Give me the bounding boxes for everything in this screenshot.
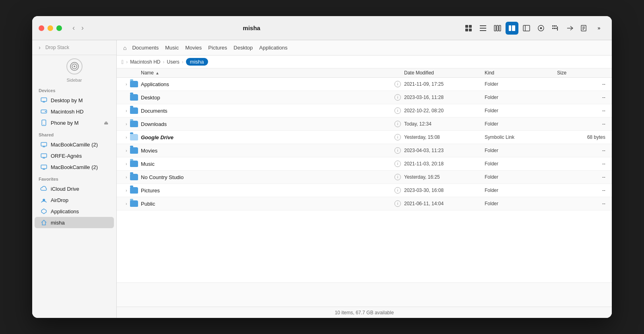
fav-music[interactable]: Music xyxy=(163,44,181,52)
airdrop-icon xyxy=(40,196,47,204)
svg-rect-18 xyxy=(555,25,557,27)
search-button[interactable] xyxy=(578,22,591,35)
fav-movies[interactable]: Movies xyxy=(183,44,204,52)
close-button[interactable] xyxy=(39,25,44,31)
info-icon[interactable]: i xyxy=(394,174,401,180)
table-row[interactable]: › No Country Studio i Yesterday, 16:25 F… xyxy=(117,171,612,184)
expand-arrow[interactable]: › xyxy=(123,107,130,114)
table-row[interactable]: › Documents i 2022-10-22, 08:20 Folder -… xyxy=(117,104,612,118)
table-row[interactable]: › Music i 2021-11-03, 20:18 Folder -- xyxy=(117,157,612,171)
folder-icon-container xyxy=(130,199,138,208)
expand-arrow[interactable]: › xyxy=(123,121,130,127)
file-size: -- xyxy=(557,121,605,127)
expand-arrow[interactable]: › xyxy=(123,174,130,180)
file-name: Google Drive xyxy=(141,134,394,140)
apple-icon:  xyxy=(122,59,124,65)
svg-rect-40 xyxy=(41,154,47,157)
sidebar-toggle[interactable]: › xyxy=(37,43,42,52)
group-button[interactable] xyxy=(549,22,562,35)
phone-icon xyxy=(40,119,47,126)
info-icon[interactable]: i xyxy=(394,161,401,167)
info-icon[interactable]: i xyxy=(394,121,401,127)
more-button[interactable]: » xyxy=(592,22,605,35)
file-kind: Folder xyxy=(485,81,557,87)
list-view-button[interactable] xyxy=(477,22,489,35)
expand-arrow[interactable] xyxy=(123,94,130,101)
icloud-label: iCloud Drive xyxy=(51,186,79,192)
file-kind: Folder xyxy=(485,188,557,193)
info-icon[interactable]: i xyxy=(394,94,401,101)
expand-arrow[interactable]: › xyxy=(123,200,130,207)
file-size: -- xyxy=(557,188,605,193)
col-header-name[interactable]: Name ▲ xyxy=(141,70,404,76)
info-icon[interactable]: i xyxy=(394,134,401,140)
folder-icon-container xyxy=(130,80,138,89)
table-row[interactable]: › Movies i 2023-04-03, 11:23 Folder -- xyxy=(117,144,612,157)
folder-icon-container xyxy=(130,146,138,155)
sidebar-item-phone[interactable]: Phone by M ⏏ xyxy=(35,117,114,128)
back-button[interactable]: ‹ xyxy=(70,23,77,33)
file-date: 2022-10-22, 08:20 xyxy=(404,108,485,113)
svg-rect-9 xyxy=(499,25,501,31)
table-row[interactable]: › Google Drive i Yesterday, 15:08 Symbol… xyxy=(117,131,612,144)
breadcrumb-macintosh[interactable]: Macintosh HD xyxy=(130,59,160,65)
table-row[interactable]: Desktop i 2023-03-16, 11:28 Folder -- xyxy=(117,91,612,104)
sidebar-item-airdrop[interactable]: AirDrop xyxy=(35,194,114,206)
grid-view-button[interactable] xyxy=(462,22,475,35)
forward-button[interactable]: › xyxy=(79,23,86,33)
table-row[interactable]: › Applications i 2021-11-09, 17:25 Folde… xyxy=(117,78,612,91)
sidebar-item-macbookcamille2[interactable]: MacBookCamille (2) xyxy=(35,161,114,173)
breadcrumb-misha[interactable]: misha xyxy=(186,58,208,66)
file-size: -- xyxy=(557,161,605,167)
expand-arrow[interactable]: › xyxy=(123,134,130,140)
sidebar-item-desktop[interactable]: Desktop by M xyxy=(35,95,114,106)
sidebar-item-macintosh-hd[interactable]: Macintosh HD xyxy=(35,106,114,117)
fav-applications[interactable]: Applications xyxy=(257,44,290,52)
minimize-button[interactable] xyxy=(47,25,53,31)
panel-view-button[interactable] xyxy=(506,22,518,35)
svg-point-34 xyxy=(45,111,46,112)
info-icon[interactable]: i xyxy=(394,81,401,87)
sidebar-item-icloud[interactable]: iCloud Drive xyxy=(35,183,114,194)
svg-rect-20 xyxy=(554,28,555,29)
file-kind: Folder xyxy=(485,201,557,206)
table-row[interactable]: › Pictures i 2023-03-30, 16:08 Folder -- xyxy=(117,184,612,197)
sidebar-item-orfe[interactable]: ORFE-Agnès xyxy=(35,150,114,161)
col-header-kind[interactable]: Kind xyxy=(485,70,557,76)
path-bar-button[interactable] xyxy=(564,22,576,35)
fav-desktop[interactable]: Desktop xyxy=(231,44,255,52)
fav-pictures[interactable]: Pictures xyxy=(206,44,229,52)
eject-button[interactable]: ⏏ xyxy=(104,120,108,126)
column-view-button[interactable] xyxy=(491,22,504,35)
file-name: Music xyxy=(141,161,394,167)
svg-rect-6 xyxy=(480,30,486,31)
file-date: Yesterday, 16:25 xyxy=(404,174,485,180)
info-icon[interactable]: i xyxy=(394,147,401,154)
file-size: -- xyxy=(557,148,605,153)
table-row[interactable]: › Downloads i Today, 12:34 Folder -- xyxy=(117,118,612,131)
section-favorites: Favorites xyxy=(32,173,116,183)
info-icon[interactable]: i xyxy=(394,200,401,207)
sidebar-item-misha[interactable]: misha xyxy=(35,217,114,228)
svg-rect-32 xyxy=(43,101,45,102)
expand-arrow[interactable]: › xyxy=(123,81,130,87)
expand-arrow[interactable]: › xyxy=(123,147,130,154)
col-header-size[interactable]: Size xyxy=(557,70,605,76)
col-header-date[interactable]: Date Modified xyxy=(404,70,485,76)
preview-view-button[interactable] xyxy=(535,22,547,35)
expand-arrow[interactable]: › xyxy=(123,161,130,167)
drop-stack-icon[interactable] xyxy=(66,58,83,74)
home-fav-icon[interactable]: ⌂ xyxy=(122,44,128,52)
info-icon[interactable]: i xyxy=(394,107,401,114)
sidebar-item-macbookcamille1[interactable]: MacBookCamille (2) xyxy=(35,139,114,150)
section-shared: Shared xyxy=(32,128,116,139)
table-row[interactable]: › Public i 2021-06-11, 14:04 Folder -- xyxy=(117,197,612,210)
sidebar-item-applications[interactable]: Applications xyxy=(35,206,114,217)
fav-documents[interactable]: Documents xyxy=(130,44,161,52)
breadcrumb-users[interactable]: Users xyxy=(167,59,179,65)
file-date: 2021-11-09, 17:25 xyxy=(404,81,485,87)
sidebar-view-button[interactable] xyxy=(520,22,533,35)
expand-arrow[interactable]: › xyxy=(123,187,130,194)
maximize-button[interactable] xyxy=(56,25,62,31)
info-icon[interactable]: i xyxy=(394,187,401,194)
